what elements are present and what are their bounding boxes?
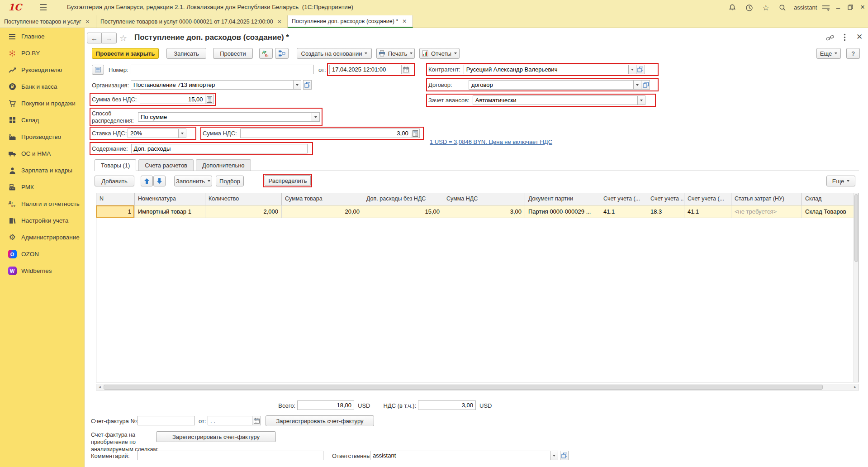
sum-without-vat-input[interactable]: 15,00 xyxy=(140,95,205,104)
content-input[interactable]: Доп. расходы xyxy=(131,144,308,153)
print-button[interactable]: Печать xyxy=(376,48,415,59)
table-horizontal-scrollbar[interactable]: ◄ ► xyxy=(96,384,859,391)
tab-goods[interactable]: Товары (1) xyxy=(95,159,136,171)
sidebar-item-purchases-sales[interactable]: Покупки и продажи xyxy=(0,95,84,112)
sidebar-item-poby[interactable]: PO.BY xyxy=(0,45,84,62)
form-navigation-list-button[interactable] xyxy=(92,65,104,75)
table-more-button[interactable]: Еще xyxy=(826,176,855,186)
sidebar-item-accounting-settings[interactable]: Настройки учета xyxy=(0,212,84,229)
create-based-on-button[interactable]: Создать на основании xyxy=(297,48,372,59)
responsible-dropdown-button[interactable] xyxy=(550,451,558,460)
close-window-button[interactable]: × xyxy=(858,3,868,12)
organization-open-button[interactable] xyxy=(303,80,312,90)
sidebar-item-manager[interactable]: Руководителю xyxy=(0,62,84,78)
responsible-open-button[interactable] xyxy=(560,451,569,460)
total-input[interactable]: 18,00 xyxy=(297,400,354,410)
column-header[interactable]: Номенклатура xyxy=(135,193,205,205)
cell-batch-document[interactable]: Партия 0000-000029 ... xyxy=(525,205,600,218)
contract-input[interactable]: договор xyxy=(469,80,634,90)
pick-button[interactable]: Подбор xyxy=(216,176,244,186)
column-header[interactable]: Документ партии xyxy=(525,193,600,205)
cell-cost-item[interactable]: <не требуется> xyxy=(731,205,802,218)
date-input[interactable]: 17.04.2025 12:01:00 xyxy=(329,65,402,74)
close-form-icon[interactable]: ✕ xyxy=(856,32,863,42)
column-header[interactable]: Счет учета ... xyxy=(647,193,684,205)
cell-account-2[interactable]: 18.3 xyxy=(647,205,684,218)
advance-offset-dropdown-button[interactable] xyxy=(638,95,645,105)
sidebar-item-salary-hr[interactable]: Зарплата и кадры xyxy=(0,162,84,179)
sidebar-item-administration[interactable]: ⚙ Администрирование xyxy=(0,229,84,246)
column-header[interactable]: Сумма товара xyxy=(282,193,363,205)
column-header[interactable]: Доп. расходы без НДС xyxy=(363,193,443,205)
scroll-left-icon[interactable]: ◄ xyxy=(96,384,103,390)
sidebar-item-warehouse[interactable]: Склад xyxy=(0,112,84,129)
post-button[interactable]: Провести xyxy=(213,48,253,59)
favorite-star-icon[interactable]: ☆ xyxy=(119,33,127,43)
tab-close-icon[interactable]: ✕ xyxy=(277,19,282,25)
search-icon[interactable] xyxy=(778,3,787,12)
get-link-icon[interactable] xyxy=(826,34,834,42)
cell-vat-sum[interactable]: 3,00 xyxy=(443,205,525,218)
sidebar-item-rmk[interactable]: РМК xyxy=(0,179,84,195)
sidebar-item-bank-cash[interactable]: ₽ Банк и касса xyxy=(0,78,84,95)
service-menu-icon[interactable] xyxy=(821,3,831,12)
currency-rate-link[interactable]: 1 USD = 3,0846 BYN. Цена не включает НДС xyxy=(430,138,552,145)
help-button[interactable]: ? xyxy=(846,48,860,59)
vat-incl-input[interactable]: 3,00 xyxy=(418,400,476,410)
scrollbar-thumb[interactable] xyxy=(854,194,858,262)
window-tab-3-active[interactable]: Поступление доп. расходов (создание) * ✕ xyxy=(288,15,413,28)
post-and-close-button[interactable]: Провести и закрыть xyxy=(92,48,159,59)
write-button[interactable]: Записать xyxy=(166,48,206,59)
more-button[interactable]: Еще xyxy=(816,48,841,59)
sidebar-item-taxes[interactable]: ДтКт Налоги и отчетность xyxy=(0,195,84,212)
counterparty-dropdown-button[interactable] xyxy=(629,65,636,74)
cell-quantity[interactable]: 2,000 xyxy=(205,205,282,218)
organization-dropdown-button[interactable] xyxy=(294,80,301,90)
responsible-input[interactable]: assistant xyxy=(370,451,550,460)
column-header[interactable]: Счет учета (... xyxy=(600,193,647,205)
counterparty-open-button[interactable] xyxy=(636,65,645,74)
column-header[interactable]: Склад xyxy=(802,193,854,205)
vat-rate-input[interactable]: 20% xyxy=(128,129,179,138)
sum-calculator-button[interactable] xyxy=(205,95,214,104)
organization-input[interactable]: Постановление 713 импортер xyxy=(131,80,294,90)
invoice-number-input[interactable] xyxy=(138,416,195,425)
comment-input[interactable] xyxy=(138,451,323,460)
sidebar-item-main[interactable]: Главное xyxy=(0,28,84,45)
cell-account-1[interactable]: 41.1 xyxy=(600,205,647,218)
column-header[interactable]: N xyxy=(96,193,135,205)
show-postings-dtkt-button[interactable]: ДтКт xyxy=(259,48,273,59)
favorites-star-icon[interactable]: ☆ xyxy=(761,3,771,12)
column-header[interactable]: Количество xyxy=(205,193,282,205)
vat-sum-input[interactable]: 3,00 xyxy=(240,129,411,138)
tab-settlement-accounts[interactable]: Счета расчетов xyxy=(138,159,194,171)
move-row-up-button[interactable] xyxy=(141,176,153,186)
counterparty-input[interactable]: Русецкий Александр Валерьевич xyxy=(464,65,629,74)
column-header[interactable]: Статья затрат (НУ) xyxy=(731,193,802,205)
current-user[interactable]: assistant xyxy=(794,4,817,11)
tab-close-icon[interactable]: ✕ xyxy=(402,18,407,24)
sidebar-item-ozon[interactable]: O OZON xyxy=(0,246,84,262)
cell-warehouse[interactable]: Склад Товаров xyxy=(802,205,854,218)
restore-button[interactable] xyxy=(845,3,855,12)
more-actions-dots-icon[interactable] xyxy=(844,33,846,41)
forward-button[interactable]: → xyxy=(102,33,117,43)
reports-button[interactable]: Отчеты xyxy=(419,48,460,59)
table-row[interactable]: 1 Импортный товар 1 2,000 20,00 15,00 3,… xyxy=(96,205,859,218)
invoice-date-input[interactable]: . . xyxy=(208,416,252,425)
register-invoice-button[interactable]: Зарегистрировать счет-фактуру xyxy=(266,415,374,426)
sidebar-item-production[interactable]: Производство xyxy=(0,129,84,145)
tab-close-icon[interactable]: ✕ xyxy=(85,19,90,25)
distribution-method-input[interactable]: По сумме xyxy=(138,112,312,122)
history-icon[interactable] xyxy=(744,3,754,12)
window-tab-1[interactable]: Поступление товаров и услуг ✕ xyxy=(0,15,96,28)
minimize-button[interactable]: – xyxy=(833,3,843,12)
fill-button[interactable]: Заполнить xyxy=(174,176,212,186)
invoice-calendar-button[interactable] xyxy=(252,416,261,425)
table-vertical-scrollbar[interactable] xyxy=(854,193,859,382)
scroll-right-icon[interactable]: ► xyxy=(852,384,859,390)
column-header[interactable]: Счет учета (... xyxy=(684,193,731,205)
scrollbar-thumb[interactable] xyxy=(104,385,823,390)
cell-extra-costs[interactable]: 15,00 xyxy=(363,205,443,218)
contract-dropdown-button[interactable] xyxy=(634,80,641,90)
